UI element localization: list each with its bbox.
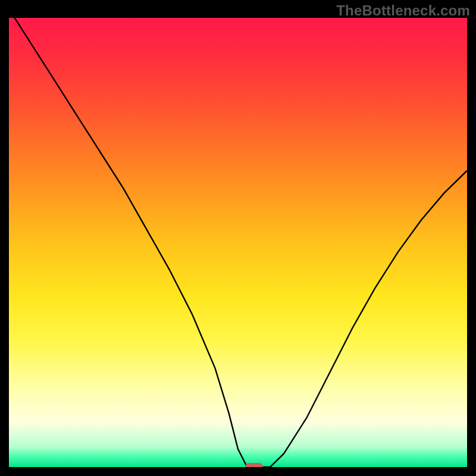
plot-area bbox=[9, 18, 467, 467]
optimal-marker bbox=[245, 463, 263, 467]
gradient-background bbox=[9, 18, 467, 467]
bottleneck-chart-svg bbox=[9, 18, 467, 467]
chart-root: TheBottleneck.com bbox=[0, 0, 476, 476]
watermark-text: TheBottleneck.com bbox=[336, 2, 470, 19]
